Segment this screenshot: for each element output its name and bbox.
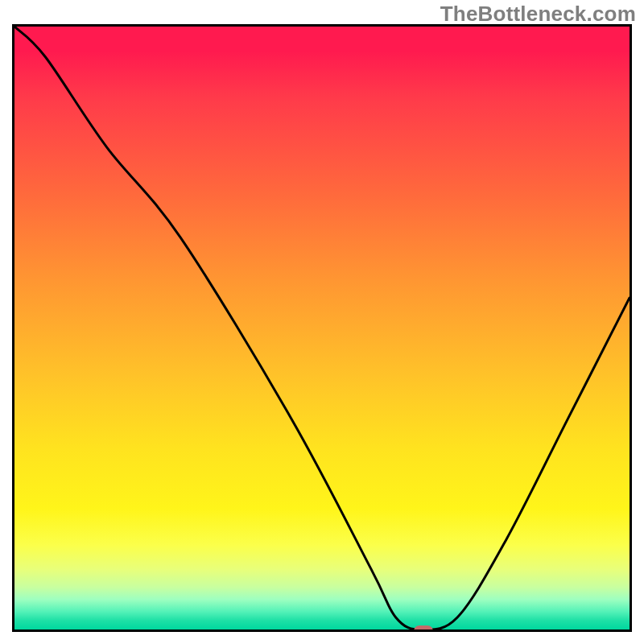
curve-path xyxy=(14,27,630,630)
watermark-text: TheBottleneck.com xyxy=(440,2,636,27)
bottleneck-curve xyxy=(14,27,630,630)
optimal-marker xyxy=(414,625,433,632)
plot-frame xyxy=(12,24,632,632)
chart-stage: TheBottleneck.com xyxy=(0,0,644,644)
